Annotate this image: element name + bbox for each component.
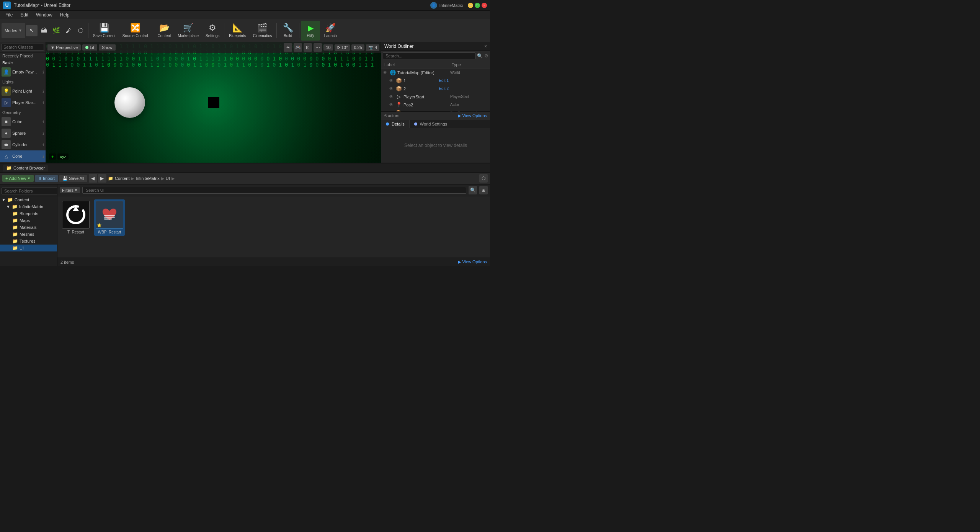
grid-size-btn[interactable]: 10 xyxy=(323,44,333,51)
asset-t-restart[interactable]: T_Restart xyxy=(60,199,91,236)
actor-2-edit[interactable]: Edit 2 xyxy=(439,86,449,91)
close-btn[interactable]: × xyxy=(482,3,487,8)
path-infinite-matrix[interactable]: InfiniteMatrix xyxy=(136,176,159,181)
folder-infinite-matrix[interactable]: ▼ 📁 InfiniteMatrix xyxy=(5,203,57,210)
folder-search-input[interactable] xyxy=(2,188,57,194)
cb-tab-label: Content Browser xyxy=(13,166,45,170)
outliner-close-btn[interactable]: × xyxy=(484,44,487,49)
folder-materials[interactable]: 📁 Materials xyxy=(0,224,57,231)
place-item-cylinder[interactable]: ⬬ Cylinder ℹ xyxy=(0,139,46,150)
source-control-btn[interactable]: 🔀 Source Control xyxy=(119,21,151,41)
path-ui[interactable]: UI xyxy=(166,176,170,181)
items-search-input[interactable] xyxy=(82,187,466,194)
actor-2-name: 2 xyxy=(403,86,437,91)
cinematics-btn[interactable]: 🎬 Cinematics xyxy=(250,21,275,41)
actor-1-edit[interactable]: Edit 1 xyxy=(439,78,449,83)
outliner-item-2[interactable]: 👁 📦 2 Edit 2 xyxy=(381,85,490,93)
rotation-snap-btn[interactable]: ⟳ 10° xyxy=(335,44,350,51)
save-current-btn[interactable]: 💾 Save Current xyxy=(90,21,119,41)
game-view-btn[interactable]: 🎮 xyxy=(294,43,302,52)
details-tab[interactable]: Details xyxy=(381,120,410,128)
place-item-point-light[interactable]: 💡 Point Light ℹ xyxy=(0,85,46,97)
settings-btn[interactable]: ⚙ Settings xyxy=(203,21,222,41)
outliner-item-pos2[interactable]: 👁 📍 Pos2 Actor xyxy=(381,101,490,109)
cb-back-btn[interactable]: ◀ xyxy=(89,174,97,183)
folder-content[interactable]: ▼ 📁 Content xyxy=(0,196,57,203)
folder-blueprints[interactable]: 📁 Blueprints xyxy=(0,210,57,217)
blueprints-btn[interactable]: 📐 Blueprints xyxy=(226,21,249,41)
menu-file[interactable]: File xyxy=(2,11,16,18)
path-content[interactable]: Content xyxy=(115,176,130,181)
category-geometry[interactable]: Geometry xyxy=(0,109,46,116)
cb-forward-btn[interactable]: ▶ xyxy=(98,174,106,183)
view-options-btn[interactable]: ▶ View Options xyxy=(458,113,487,118)
maximize-btn[interactable]: □ xyxy=(475,3,480,8)
mode-select-btn[interactable]: ↖ xyxy=(26,25,38,36)
outliner-item-tutorial-map[interactable]: 👁 🌐 TutorialMap (Editor) World xyxy=(381,69,490,77)
perspective-btn[interactable]: ▼ Perspective xyxy=(47,44,81,51)
filters-btn[interactable]: Filters ▼ xyxy=(60,187,80,193)
info-icon-player-start: ℹ xyxy=(42,101,44,105)
cb-expand-btn[interactable]: ⬡ xyxy=(479,174,488,183)
menu-edit[interactable]: Edit xyxy=(16,11,32,18)
place-item-cube[interactable]: ■ Cube ℹ xyxy=(0,116,46,127)
items-search-icon[interactable]: 🔍 xyxy=(469,186,477,194)
search-classes-input[interactable] xyxy=(2,44,44,51)
viewport[interactable]: ▼ Perspective Lit Show ☀ 🎮 ⊡ ⋯ 10 xyxy=(46,42,381,163)
viewport-overlay-corner: + xyz xyxy=(49,153,69,160)
outliner-search-input[interactable] xyxy=(383,52,475,59)
folder-ui[interactable]: 📁 UI xyxy=(0,245,57,251)
outliner-item-player-start[interactable]: 👁 ▷ PlayerStart PlayerStart xyxy=(381,93,490,101)
lighting-btn[interactable]: ☀ xyxy=(284,43,292,52)
outliner-item-1[interactable]: 👁 📦 1 Edit 1 xyxy=(381,77,490,85)
place-item-player-start[interactable]: ▷ Player Star... ℹ xyxy=(0,97,46,108)
import-btn[interactable]: ⬇ Import xyxy=(35,175,58,182)
marketplace-label: Marketplace xyxy=(178,34,199,38)
vis-eye-icon-3: 👁 xyxy=(389,94,394,100)
category-lights[interactable]: Lights xyxy=(0,78,46,85)
mode-geometry-btn[interactable]: ⬡ xyxy=(75,25,87,36)
marketplace-btn[interactable]: 🛒 Marketplace xyxy=(175,21,202,41)
scale-snap-btn[interactable]: 0.25 xyxy=(351,44,364,51)
folder-label-ui: UI xyxy=(20,246,24,250)
folder-meshes[interactable]: 📁 Meshes xyxy=(0,231,57,238)
outliner-footer: 6 actors ▶ View Options xyxy=(381,111,490,120)
lit-btn[interactable]: Lit xyxy=(82,44,97,51)
asset-wbp-restart[interactable]: ⭐ WBP_Restart xyxy=(94,199,125,236)
build-btn[interactable]: 🔧 Build xyxy=(278,21,297,41)
items-view-settings-btn[interactable]: ⊞ xyxy=(479,186,488,194)
category-recently-placed[interactable]: Recently Placed xyxy=(0,52,46,59)
folder-textures[interactable]: 📁 Textures xyxy=(0,238,57,245)
camera-speed-btn[interactable]: 📷 4 xyxy=(366,44,379,51)
minimize-btn[interactable]: — xyxy=(468,3,473,8)
viewport-options-btn[interactable]: ⋯ xyxy=(314,43,322,52)
mode-meshpaint-btn[interactable]: 🖌 xyxy=(63,25,74,36)
add-btn[interactable]: + xyxy=(49,153,56,160)
mode-landscape-btn[interactable]: 🏔 xyxy=(38,25,50,36)
mode-foliage-btn[interactable]: 🌿 xyxy=(51,25,62,36)
world-settings-tab[interactable]: World Settings xyxy=(410,120,452,128)
category-basic[interactable]: Basic xyxy=(0,59,46,66)
place-item-empty-pawn[interactable]: 👤 Empty Paw... ℹ xyxy=(0,66,46,78)
menu-window[interactable]: Window xyxy=(32,11,56,18)
content-btn[interactable]: 📂 Content xyxy=(155,21,174,41)
show-label: Show xyxy=(102,45,113,50)
save-all-btn[interactable]: 💾 Save All xyxy=(59,175,87,182)
menu-help[interactable]: Help xyxy=(56,11,74,18)
window-controls[interactable]: — □ × xyxy=(468,3,487,8)
player-start-icon: ▷ xyxy=(2,98,11,107)
immersive-btn[interactable]: ⊡ xyxy=(304,43,312,52)
cb-view-options-btn[interactable]: ▶ View Options xyxy=(458,259,487,264)
modes-dropdown[interactable]: Modes ▼ xyxy=(2,23,25,38)
add-new-btn[interactable]: + Add New ▼ xyxy=(2,175,34,182)
launch-btn[interactable]: 🚀 Launch xyxy=(321,21,340,41)
add-new-icon: + xyxy=(5,176,8,181)
show-btn[interactable]: Show xyxy=(99,44,116,51)
folder-label-tex: Textures xyxy=(20,239,36,243)
play-btn[interactable]: ▶ Play xyxy=(301,21,320,41)
folder-maps[interactable]: 📁 Maps xyxy=(0,217,57,224)
place-item-sphere[interactable]: ● Sphere ℹ xyxy=(0,127,46,139)
place-item-cone[interactable]: △ Cone ℹ xyxy=(0,150,46,162)
outliner-settings-icon[interactable]: ⚙ xyxy=(484,53,488,59)
content-browser-tab[interactable]: 📁 Content Browser xyxy=(3,165,48,171)
